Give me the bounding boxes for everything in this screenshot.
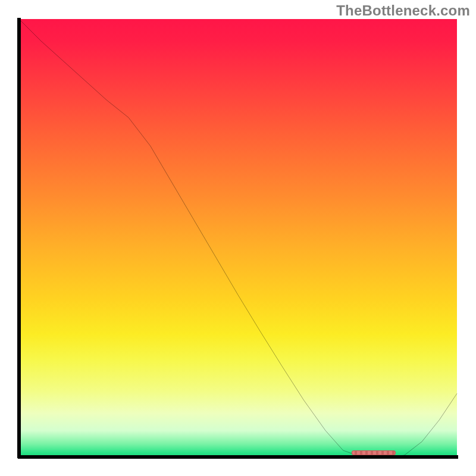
watermark-text: TheBottleneck.com [336,2,470,19]
x-axis-line [18,455,458,459]
optimal-range-marker [352,450,396,455]
curve-svg [19,19,457,457]
curve-path [19,19,457,457]
chart-stage: TheBottleneck.com [0,0,476,476]
plot-area [19,19,457,457]
y-axis-line [17,18,21,458]
